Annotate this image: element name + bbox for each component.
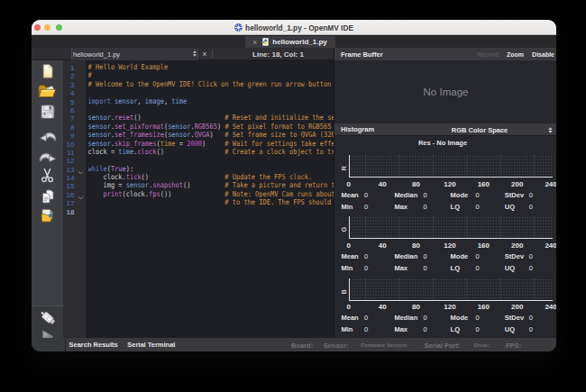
stat-label: LQ [451, 325, 460, 333]
stat-value: 0 [529, 203, 533, 211]
line-number: 3 [63, 81, 74, 89]
code-token: set_framesize [114, 131, 164, 139]
stat-value: 0 [423, 252, 426, 260]
code-token: # Note: OpenMV Cam runs about half as fa… [224, 190, 334, 198]
code-token: () [183, 182, 224, 190]
frame-buffer-view: No Image [334, 60, 556, 123]
connect-icon[interactable] [32, 309, 63, 326]
statusbar-search-results[interactable]: Search Results [69, 341, 118, 349]
code-token: time [171, 97, 187, 105]
code-token: , [137, 97, 144, 105]
code-token: sensor [168, 123, 190, 131]
stat-label: StDev [505, 191, 524, 199]
code-token: () [133, 114, 224, 122]
copy-icon[interactable] [32, 189, 63, 204]
histogram-header: Histogram RGB Color Space [334, 123, 556, 136]
code-token: , [164, 97, 171, 105]
stat-value: 0 [475, 252, 479, 260]
line-number: 15 [63, 182, 74, 190]
stat-value: 0 [475, 264, 479, 272]
x-tick-label: 120 [444, 303, 455, 311]
stat-value: 0 [529, 325, 533, 333]
line-number: 11 [63, 149, 74, 157]
color-space-value: RGB Color Space [452, 126, 508, 134]
code-token: # Create a clock object to track the FPS… [224, 148, 334, 156]
line-number: 9 [63, 132, 74, 140]
new-file-icon[interactable] [32, 64, 63, 78]
stat-value: 0 [364, 191, 368, 199]
stats-row: Mean0Median0Mode0StDev0 [334, 191, 556, 200]
code-editor[interactable]: 1# Hello World Example2#3# Welcome to th… [63, 60, 334, 338]
line-number: 13 [63, 166, 74, 174]
code-lines: 1# Hello World Example2#3# Welcome to th… [63, 64, 334, 216]
stat-label: Mode [451, 191, 469, 199]
stats-row: Min0Max0LQ0UQ0 [334, 325, 556, 334]
tab-label: helloworld_1.py [272, 38, 326, 46]
toolbar-divider [212, 50, 213, 59]
stat-label: UQ [505, 264, 515, 272]
stat-label: Mean [342, 314, 359, 322]
x-axis-ticks: 04080120160200240 [334, 242, 556, 251]
frame-buffer-title: Frame Buffer [341, 50, 383, 59]
stats-row: Mean0Median0Mode0StDev0 [334, 314, 556, 323]
redo-icon[interactable] [32, 150, 63, 164]
code-token: # Set pixel format to RGB565 (or GRAYSCA… [224, 123, 334, 131]
save-icon[interactable] [32, 105, 63, 119]
stat-value: 0 [529, 252, 533, 260]
code-token: time [160, 140, 176, 148]
undo-icon[interactable] [32, 130, 63, 143]
x-tick-label: 160 [478, 180, 490, 188]
code-token: # to the IDE. The FPS should increase on… [224, 198, 334, 206]
open-document-dropdown[interactable]: helloworld_1.py [71, 48, 198, 60]
code-token: img = [88, 182, 126, 190]
x-tick-label: 80 [412, 242, 420, 250]
status-bar-main: Search ResultsSerial Terminal Board:Sens… [65, 338, 556, 351]
code-token: skip_frames [114, 140, 156, 148]
titlebar[interactable]: helloworld_1.py - OpenMV IDE [32, 20, 556, 35]
x-axis-ticks: 04080120160200240 [334, 180, 556, 189]
x-tick-label: 200 [511, 242, 523, 250]
histogram-plot [349, 216, 553, 239]
x-tick-label: 0 [347, 242, 351, 250]
code-token: # Hello World Example [88, 63, 169, 71]
open-document-name: helloworld_1.py [73, 50, 120, 59]
close-document-button[interactable]: × [200, 50, 209, 59]
window-title: helloworld_1.py - OpenMV IDE [245, 23, 353, 32]
zoom-button[interactable]: Zoom [507, 51, 524, 58]
stat-value: 0 [423, 191, 426, 199]
main-content: 1# Hello World Example2#3# Welcome to th… [32, 60, 556, 338]
stat-value: 0 [475, 191, 479, 199]
color-space-dropdown[interactable]: RGB Color Space [402, 123, 556, 136]
frame-buffer-header: Frame Buffer Record Zoom Disable [334, 48, 556, 60]
stat-label: Min [342, 203, 353, 211]
stat-label: UQ [505, 325, 515, 333]
fold-marker-icon[interactable] [78, 166, 84, 174]
titlebar-center: helloworld_1.py - OpenMV IDE [32, 20, 556, 35]
record-button[interactable]: Record [477, 51, 499, 58]
x-tick-label: 40 [379, 303, 387, 311]
x-tick-label: 200 [511, 180, 523, 188]
stat-label: LQ [451, 264, 460, 272]
paste-icon[interactable] [32, 208, 63, 223]
toolbar-sidebar [32, 60, 63, 338]
stats-row: Min0Max0LQ0UQ0 [334, 264, 556, 273]
x-tick-label: 120 [444, 242, 455, 250]
code-token: RGB565 [195, 123, 217, 131]
fold-marker-icon[interactable] [78, 191, 84, 199]
open-folder-icon[interactable] [32, 83, 63, 99]
x-tick-label: 0 [347, 180, 351, 188]
disable-button[interactable]: Disable [532, 51, 554, 58]
code-line-5: 5import sensor, image, time [63, 98, 334, 106]
cut-icon[interactable] [32, 169, 63, 183]
statusbar-fps: FPS: [506, 342, 521, 350]
x-tick-label: 240 [545, 303, 556, 311]
tab-close-icon[interactable]: × [252, 39, 257, 46]
statusbar-drive: Drive: [474, 342, 490, 348]
code-token: ) [202, 140, 224, 148]
code-token: fps [149, 190, 160, 198]
stat-label: Mode [451, 252, 469, 260]
statusbar-serial-terminal[interactable]: Serial Terminal [127, 341, 175, 349]
tab-helloworld[interactable]: × helloworld_1.py [245, 36, 335, 48]
stat-label: Mean [342, 252, 359, 260]
stat-value: 0 [475, 325, 479, 333]
